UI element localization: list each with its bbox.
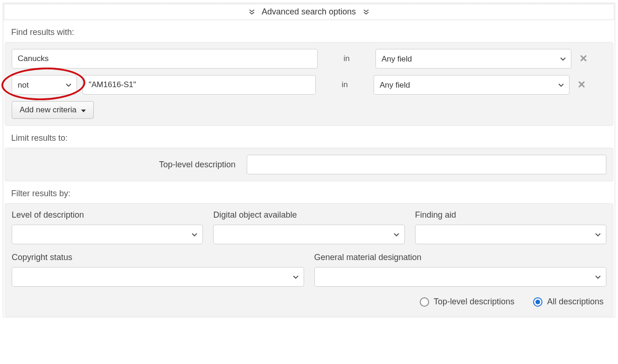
in-label: in: [323, 54, 370, 63]
radio-label: Top-level descriptions: [434, 297, 514, 307]
svg-marker-0: [81, 110, 86, 112]
field-select-wrap: Any field: [374, 75, 569, 95]
copyright-status-label: Copyright status: [12, 253, 304, 262]
filter-results-label: Filter results by:: [5, 189, 613, 199]
criteria-row: not in Any field: [12, 75, 606, 95]
limit-panel: Top-level description: [5, 148, 613, 181]
add-criteria-label: Add new criteria: [20, 105, 76, 115]
digital-object-available-select[interactable]: [213, 225, 404, 244]
field-select[interactable]: Any field: [374, 75, 569, 95]
description-scope-radios: Top-level descriptions All descriptions: [12, 297, 606, 307]
limit-results-label: Limit results to:: [5, 133, 613, 143]
header-title: Advanced search options: [262, 7, 356, 16]
close-icon: [580, 54, 587, 64]
in-label: in: [321, 80, 368, 89]
radio-icon: [533, 297, 542, 307]
top-level-description-wrap: [247, 155, 606, 174]
level-of-description-label: Level of description: [12, 210, 203, 220]
add-criteria-button[interactable]: Add new criteria: [12, 101, 94, 119]
search-term-wrap: [12, 49, 318, 69]
advanced-search-container: Advanced search options Find results wit…: [3, 3, 615, 317]
radio-top-level-descriptions[interactable]: Top-level descriptions: [420, 297, 514, 307]
chevron-double-down-icon: [249, 9, 255, 15]
close-icon: [578, 80, 585, 90]
radio-label: All descriptions: [547, 297, 604, 307]
field-select-wrap: Any field: [375, 49, 571, 69]
general-material-designation-label: General material designation: [314, 253, 607, 262]
chevron-double-down-icon: [363, 9, 369, 15]
finding-aid-label: Finding aid: [415, 210, 606, 220]
operator-wrap: not: [12, 75, 77, 95]
remove-criteria-button[interactable]: [577, 54, 590, 64]
find-results-label: Find results with:: [5, 27, 613, 37]
search-term-input[interactable]: [12, 49, 318, 69]
top-level-description-label: Top-level description: [12, 160, 236, 170]
finding-aid-select[interactable]: [415, 225, 606, 244]
top-level-description-input[interactable]: [247, 155, 606, 174]
search-term-input[interactable]: [83, 75, 316, 95]
caret-down-icon: [81, 105, 86, 115]
find-panel: in Any field not: [5, 42, 613, 126]
remove-criteria-button[interactable]: [575, 80, 588, 90]
copyright-status-select[interactable]: [12, 267, 304, 287]
search-term-wrap: [83, 75, 316, 95]
operator-select[interactable]: not: [12, 75, 77, 95]
level-of-description-select[interactable]: [12, 225, 203, 244]
radio-icon: [420, 297, 429, 307]
general-material-designation-select[interactable]: [314, 267, 607, 287]
advanced-search-header[interactable]: Advanced search options: [4, 4, 614, 20]
field-select[interactable]: Any field: [375, 49, 571, 69]
criteria-row: in Any field: [12, 49, 606, 69]
filter-panel: Level of description Digital object avai…: [5, 203, 613, 316]
digital-object-available-label: Digital object available: [213, 210, 404, 220]
radio-all-descriptions[interactable]: All descriptions: [533, 297, 604, 307]
